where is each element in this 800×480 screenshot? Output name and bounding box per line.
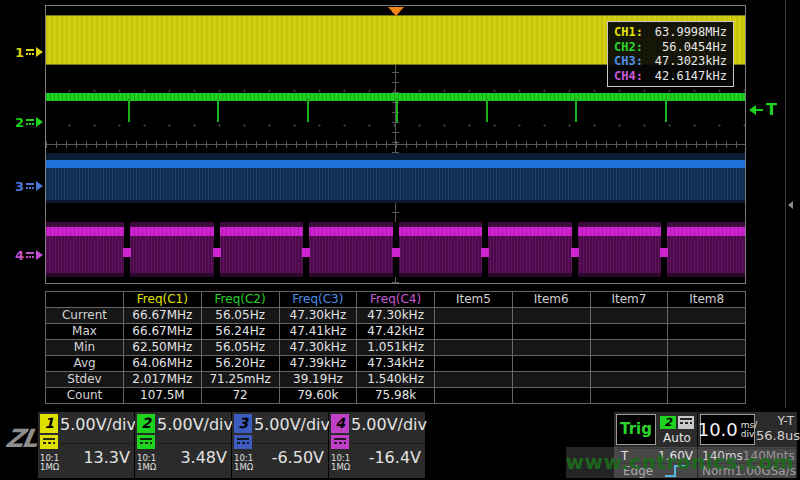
cell: 56.05Hz bbox=[201, 340, 279, 356]
arrow-left-icon bbox=[749, 105, 756, 115]
channel-1-coupling-icon bbox=[40, 435, 58, 449]
cell: 47.42kHz bbox=[357, 324, 435, 340]
cell bbox=[590, 388, 668, 404]
trigger-coupling-icon bbox=[678, 416, 694, 429]
channel-4-burst-gap bbox=[572, 222, 578, 277]
cell bbox=[590, 372, 668, 388]
arrow-right-icon bbox=[36, 181, 43, 191]
watermark-box: www.cntronics.com bbox=[566, 447, 796, 478]
cell: 71.25mHz bbox=[201, 372, 279, 388]
cell bbox=[590, 324, 668, 340]
channel-1-marker-label: 1 bbox=[15, 45, 24, 60]
cell bbox=[512, 372, 590, 388]
timebase-button[interactable]: 10.0 ms/div bbox=[700, 414, 755, 445]
cell bbox=[590, 340, 668, 356]
channel-2-position-marker[interactable]: 2 bbox=[15, 114, 43, 130]
table-row: Min 62.50MHz 56.05Hz 47.30kHz 1.051kHz bbox=[46, 340, 746, 356]
cell: 47.30kHz bbox=[279, 308, 357, 324]
table-row: Stdev 2.017MHz 71.25mHz 39.19Hz 1.540kHz bbox=[46, 372, 746, 388]
channel-4-status[interactable]: 4 10:11MΩ 5.00V/div -16.4V bbox=[329, 412, 425, 478]
horizontal-delay: 56.8us bbox=[756, 428, 794, 443]
cell: 47.30kHz bbox=[279, 340, 357, 356]
channel-2-offset: 3.48V bbox=[157, 448, 227, 467]
cell bbox=[435, 308, 513, 324]
header-item7: Item7 bbox=[590, 292, 668, 308]
cell bbox=[435, 324, 513, 340]
cell: 56.20Hz bbox=[201, 356, 279, 372]
trigger-source-badge: 2 bbox=[660, 416, 676, 429]
table-row: Avg 64.06MHz 56.20Hz 47.39kHz 47.34kHz bbox=[46, 356, 746, 372]
channel-3-trace-fill bbox=[46, 168, 745, 200]
channel-2-spike bbox=[486, 98, 488, 122]
cell: 72 bbox=[201, 388, 279, 404]
timebase-scale: 10.0 bbox=[698, 419, 738, 440]
channel-4-position-marker[interactable]: 4 bbox=[15, 247, 43, 263]
trigger-level-marker[interactable]: T bbox=[749, 100, 777, 120]
timebase-unit: ms/div bbox=[741, 421, 758, 439]
cell bbox=[512, 356, 590, 372]
header-freq-c3: Freq(C3) bbox=[279, 292, 357, 308]
channel-4-offset: -16.4V bbox=[351, 448, 421, 467]
menu-collapse-handle[interactable] bbox=[787, 199, 797, 211]
waveform-display[interactable]: CH1: 63.9998MHz CH2: 56.0454Hz CH3: 47.3… bbox=[45, 5, 746, 284]
channel-4-burst-gap bbox=[661, 222, 667, 277]
arrow-left-stem bbox=[756, 109, 763, 111]
cell bbox=[668, 372, 746, 388]
cell bbox=[435, 356, 513, 372]
dc-coupling-icon bbox=[26, 48, 34, 56]
header-item6: Item6 bbox=[512, 292, 590, 308]
frequency-readout-box: CH1: 63.9998MHz CH2: 56.0454Hz CH3: 47.3… bbox=[607, 21, 734, 87]
watermark: www.cntronics.com bbox=[566, 450, 794, 474]
header-freq-c1: Freq(C1) bbox=[124, 292, 202, 308]
chevron-left-icon bbox=[788, 201, 793, 209]
header-item8: Item8 bbox=[668, 292, 746, 308]
channel-3-status[interactable]: 3 10:11MΩ 5.00V/div -6.50V bbox=[232, 412, 328, 478]
channel-3-trace-fuzz bbox=[46, 200, 745, 203]
row-label: Max bbox=[46, 324, 124, 340]
freq-label-ch3: CH3: bbox=[614, 54, 643, 68]
cell bbox=[512, 308, 590, 324]
table-row: Count 107.5M 72 79.60k 75.98k bbox=[46, 388, 746, 404]
channel-3-position-marker[interactable]: 3 bbox=[15, 178, 43, 194]
channel-4-badge: 4 bbox=[331, 414, 349, 433]
arrow-right-icon bbox=[36, 47, 43, 57]
channel-4-coupling-icon bbox=[331, 435, 349, 449]
row-label: Avg bbox=[46, 356, 124, 372]
menu-panel-divider bbox=[785, 0, 786, 408]
channel-3-trace bbox=[46, 160, 745, 168]
channel-1-position-marker[interactable]: 1 bbox=[15, 44, 43, 60]
cell: 47.34kHz bbox=[357, 356, 435, 372]
channel-2-spike bbox=[665, 98, 667, 122]
freq-row-ch1: CH1: 63.9998MHz bbox=[614, 25, 727, 39]
channel-2-marker-label: 2 bbox=[15, 115, 24, 130]
cell bbox=[512, 324, 590, 340]
measurement-header-row: Freq(C1) Freq(C2) Freq(C3) Freq(C4) Item… bbox=[46, 292, 746, 308]
freq-value-ch3: 47.3023kHz bbox=[655, 54, 727, 68]
cell bbox=[668, 356, 746, 372]
channel-1-status[interactable]: 1 10:11MΩ 5.00V/div 13.3V bbox=[38, 412, 134, 478]
trigger-level-label: T bbox=[766, 102, 777, 118]
trigger-menu-button[interactable]: Trig bbox=[616, 414, 656, 445]
channel-2-scale: 5.00V/div bbox=[157, 415, 227, 434]
cell: 39.19Hz bbox=[279, 372, 357, 388]
display-mode-area: Y-T 56.8us bbox=[756, 414, 794, 443]
channel-3-trace-fuzz bbox=[46, 153, 745, 160]
freq-row-ch3: CH3: 47.3023kHz bbox=[614, 54, 727, 68]
header-freq-c4: Freq(C4) bbox=[357, 292, 435, 308]
freq-row-ch2: CH2: 56.0454Hz bbox=[614, 40, 727, 54]
table-row: Max 66.67MHz 56.24Hz 47.41kHz 47.42kHz bbox=[46, 324, 746, 340]
channel-3-offset: -6.50V bbox=[254, 448, 324, 467]
channel-4-burst-gap bbox=[214, 222, 220, 277]
channel-3-scale: 5.00V/div bbox=[254, 415, 324, 434]
row-label: Count bbox=[46, 388, 124, 404]
trigger-mode: Auto bbox=[658, 431, 696, 445]
measurement-table: Freq(C1) Freq(C2) Freq(C3) Freq(C4) Item… bbox=[45, 291, 746, 404]
channel-2-badge: 2 bbox=[137, 414, 155, 433]
channel-2-spike bbox=[575, 98, 577, 122]
channel-2-status[interactable]: 2 10:11MΩ 5.00V/div 3.48V bbox=[135, 412, 231, 478]
channel-1-scale: 5.00V/div bbox=[60, 415, 130, 434]
channel-2-spike bbox=[307, 98, 309, 122]
cell bbox=[512, 340, 590, 356]
channel-4-scale: 5.00V/div bbox=[351, 415, 421, 434]
trigger-position-marker-icon[interactable] bbox=[388, 7, 404, 16]
